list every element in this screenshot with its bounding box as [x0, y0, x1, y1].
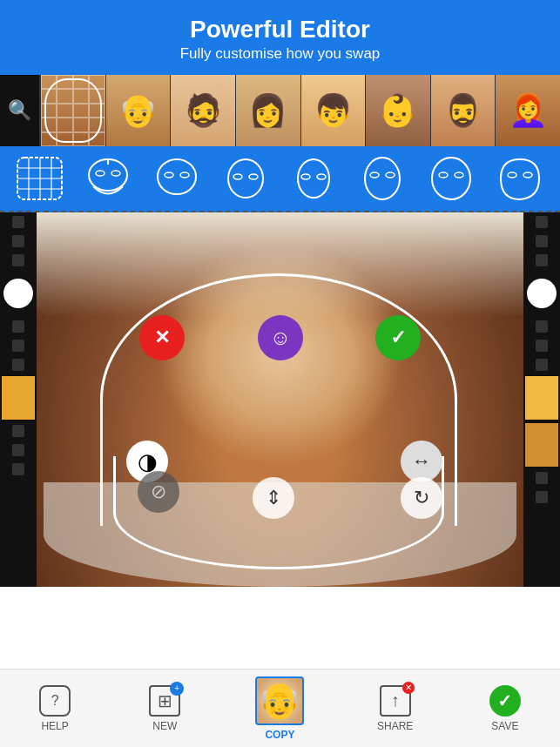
hide-icon: ⊘ — [151, 481, 166, 503]
editor-area: ✕ ☺ ✓ ◑ ↔ ⊘ ⇕ ↻ — [0, 212, 560, 587]
save-button[interactable]: ✓ SAVE — [479, 680, 531, 737]
svg-point-16 — [249, 174, 258, 179]
share-icon-wrap: ↑ ✕ — [380, 685, 411, 717]
cancel-icon: ✕ — [154, 326, 170, 349]
svg-point-20 — [365, 158, 400, 199]
help-label: HELP — [41, 720, 68, 732]
svg-point-27 — [523, 172, 532, 178]
mask-oval-2[interactable] — [147, 153, 206, 204]
svg-point-14 — [228, 159, 263, 198]
mask-oval-3[interactable] — [216, 153, 275, 204]
face-thumb-1[interactable] — [40, 75, 105, 146]
swap-icon: ↔ — [412, 450, 431, 473]
svg-point-26 — [508, 172, 516, 178]
svg-point-15 — [233, 174, 242, 179]
copy-button[interactable]: 👴 COPY — [248, 671, 311, 746]
svg-point-25 — [455, 172, 463, 178]
svg-point-19 — [317, 174, 326, 179]
move-icon: ⇕ — [266, 487, 281, 509]
share-button[interactable]: ↑ ✕ SHARE — [369, 680, 422, 737]
svg-point-23 — [432, 158, 470, 199]
rotate-button[interactable]: ↻ — [401, 477, 442, 519]
svg-point-18 — [301, 174, 310, 179]
face-thumb-4[interactable]: 👩 — [235, 75, 300, 146]
svg-point-11 — [158, 159, 196, 194]
cancel-button[interactable]: ✕ — [139, 315, 185, 360]
copy-label: COPY — [265, 729, 294, 741]
face-thumb-5[interactable]: 👦 — [300, 75, 366, 146]
svg-point-13 — [180, 172, 189, 178]
search-button[interactable]: 🔍 — [0, 75, 40, 146]
film-strip-left — [0, 212, 37, 587]
help-button[interactable]: ? HELP — [29, 680, 81, 737]
svg-point-10 — [111, 171, 120, 176]
new-button[interactable]: ⊞ + NEW — [138, 680, 191, 737]
mask-grid[interactable] — [10, 153, 69, 204]
face-thumb-6[interactable]: 👶 — [365, 75, 430, 146]
svg-point-24 — [439, 172, 448, 178]
page-title: Powerful Editor — [9, 16, 551, 44]
confirm-button[interactable]: ✓ — [375, 315, 421, 360]
film-strip-right — [523, 212, 560, 587]
face-thumb-8[interactable]: 👩‍🦰 — [495, 75, 560, 146]
new-label: NEW — [152, 720, 177, 732]
rotate-icon: ↻ — [414, 487, 429, 509]
move-button[interactable]: ⇕ — [253, 477, 294, 519]
svg-point-9 — [96, 171, 105, 176]
hide-button[interactable]: ⊘ — [138, 471, 179, 513]
face-thumb-7[interactable]: 🧔‍♂️ — [430, 75, 496, 146]
face-thumb-3[interactable]: 🧔 — [170, 75, 235, 146]
face-thumb-2[interactable]: 👴 — [105, 75, 171, 146]
mask-oval-5[interactable] — [354, 153, 413, 204]
copy-face-preview: 👴 — [255, 676, 304, 725]
mask-oval-4[interactable] — [285, 153, 344, 204]
page-subtitle: Fully customise how you swap — [9, 45, 551, 63]
share-label: SHARE — [377, 720, 413, 732]
svg-point-22 — [386, 172, 395, 178]
face-thumbnail-strip: 🔍 👴 🧔 👩 👦 👶 — [0, 75, 560, 146]
new-icon-wrap: ⊞ + — [149, 685, 180, 717]
smile-icon: ☺ — [270, 326, 292, 350]
mask-row — [0, 146, 560, 212]
confirm-icon: ✓ — [390, 326, 406, 349]
svg-point-12 — [165, 172, 173, 178]
mask-oval-6[interactable] — [422, 153, 482, 204]
save-icon-wrap: ✓ — [489, 685, 521, 717]
header: Powerful Editor Fully customise how you … — [0, 0, 560, 75]
bottom-toolbar: ? HELP ⊞ + NEW 👴 COPY ↑ ✕ SHARE — [0, 669, 560, 747]
mask-oval-7[interactable] — [491, 153, 550, 204]
save-label: SAVE — [491, 720, 518, 732]
mask-oval-1[interactable] — [78, 153, 138, 204]
svg-point-21 — [370, 172, 379, 178]
help-icon-wrap: ? — [39, 685, 71, 717]
face-select-button[interactable]: ☺ — [258, 315, 303, 360]
swap-button[interactable]: ↔ — [401, 441, 442, 482]
search-icon: 🔍 — [8, 99, 31, 122]
